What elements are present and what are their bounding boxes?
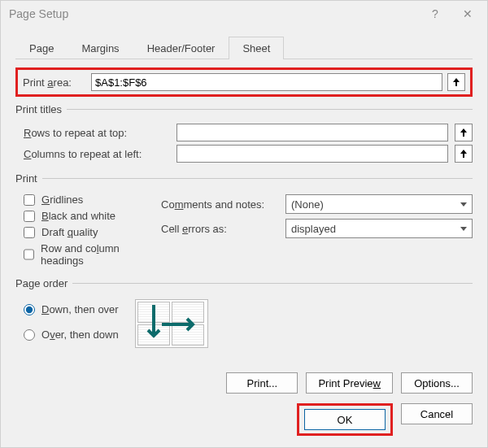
sheet-tab-content: Print area: Print titles Rows to repeat … xyxy=(1,59,487,368)
errors-value: displayed xyxy=(291,223,336,235)
gridlines-checkbox[interactable]: Gridlines xyxy=(24,194,145,206)
print-button[interactable]: Print... xyxy=(226,372,298,394)
comments-select[interactable]: (None) xyxy=(285,194,473,214)
down-then-over-radio[interactable]: Down, then over xyxy=(24,303,119,315)
print-group: Print Gridlines Black and white Draft qu… xyxy=(15,172,473,271)
close-button[interactable]: ✕ xyxy=(451,2,484,25)
errors-select[interactable]: displayed xyxy=(285,219,473,238)
row-col-headings-checkbox[interactable]: Row and column headings xyxy=(24,242,145,267)
print-titles-legend: Print titles xyxy=(15,103,67,115)
gridlines-label: Gridlines xyxy=(41,194,83,206)
tab-page[interactable]: Page xyxy=(15,37,68,59)
collapse-range-icon xyxy=(451,77,461,87)
black-white-label: Black and white xyxy=(41,210,115,222)
middle-button-row: Print... Print Preview Options... xyxy=(1,368,487,398)
row-col-headings-label: Row and column headings xyxy=(41,242,145,267)
print-preview-button[interactable]: Print Preview xyxy=(306,372,393,394)
cols-repeat-label: Columns to repeat at left: xyxy=(24,148,170,160)
options-button[interactable]: Options... xyxy=(401,372,473,394)
tab-strip: Page Margins Header/Footer Sheet xyxy=(1,27,487,59)
tab-header-footer[interactable]: Header/Footer xyxy=(133,37,229,59)
page-order-preview xyxy=(135,299,208,348)
tab-sheet[interactable]: Sheet xyxy=(229,37,284,59)
page-setup-dialog: Page Setup ? ✕ Page Margins Header/Foote… xyxy=(0,0,488,448)
cols-repeat-range-button[interactable] xyxy=(455,145,473,163)
over-then-down-label: Over, then down xyxy=(41,328,119,341)
over-then-down-radio[interactable]: Over, then down xyxy=(24,328,119,341)
draft-quality-checkbox[interactable]: Draft quality xyxy=(24,226,145,238)
page-order-group: Page order Down, then over Over, then do… xyxy=(15,277,473,348)
help-button[interactable]: ? xyxy=(419,2,451,25)
rows-repeat-input[interactable] xyxy=(176,124,448,141)
rows-repeat-label: Rows to repeat at top: xyxy=(24,127,170,139)
errors-label: Cell errors as: xyxy=(161,223,279,235)
print-legend: Print xyxy=(15,172,42,185)
ok-button[interactable]: OK xyxy=(304,409,386,430)
print-area-input[interactable] xyxy=(91,73,442,91)
down-then-over-input[interactable] xyxy=(24,304,35,315)
cancel-button[interactable]: Cancel xyxy=(401,403,473,424)
cols-repeat-input[interactable] xyxy=(176,145,448,163)
title-bar: Page Setup ? ✕ xyxy=(1,1,487,27)
black-white-input[interactable] xyxy=(24,211,35,222)
black-white-checkbox[interactable]: Black and white xyxy=(24,210,145,222)
comments-label: Comments and notes: xyxy=(161,198,279,211)
print-area-row: Print area: xyxy=(15,67,473,97)
ok-highlight: OK xyxy=(297,403,393,436)
print-area-range-button[interactable] xyxy=(447,73,465,91)
draft-quality-label: Draft quality xyxy=(41,226,98,238)
tab-margins[interactable]: Margins xyxy=(68,37,133,59)
comments-value: (None) xyxy=(291,198,324,211)
row-col-headings-input[interactable] xyxy=(24,249,34,260)
print-titles-group: Print titles Rows to repeat at top: Colu… xyxy=(15,103,473,166)
draft-quality-input[interactable] xyxy=(24,227,35,238)
over-then-down-input[interactable] xyxy=(24,329,35,341)
order-arrow-down-icon xyxy=(146,303,162,346)
down-then-over-label: Down, then over xyxy=(41,303,119,315)
collapse-range-icon xyxy=(459,128,468,137)
print-area-label: Print area: xyxy=(23,76,86,89)
collapse-range-icon xyxy=(459,149,468,159)
gridlines-input[interactable] xyxy=(24,194,35,206)
rows-repeat-range-button[interactable] xyxy=(455,124,473,141)
bottom-button-row: OK Cancel xyxy=(1,398,487,447)
dialog-title: Page Setup xyxy=(9,7,419,20)
order-arrow-over-icon xyxy=(160,316,203,333)
page-order-legend: Page order xyxy=(15,277,72,289)
